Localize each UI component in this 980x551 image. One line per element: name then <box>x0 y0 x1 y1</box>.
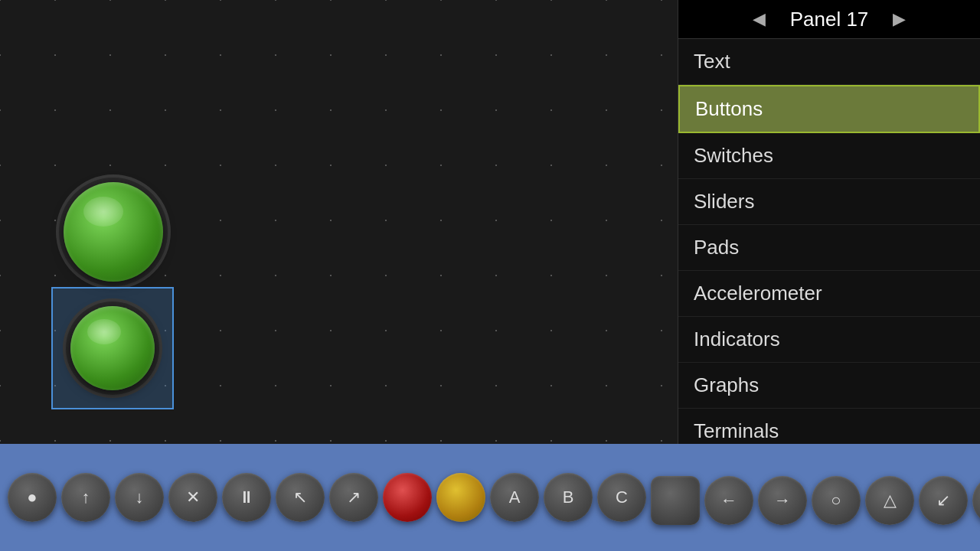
toolbar-btn-b[interactable]: B <box>544 473 593 522</box>
menu-item-terminals[interactable]: Terminals <box>678 409 980 444</box>
prev-panel-button[interactable]: ◀ <box>743 6 775 32</box>
toolbar-btn-dot[interactable]: ● <box>8 473 57 522</box>
panel-header: ◀ Panel 17 ▶ <box>678 0 980 39</box>
menu-item-pads[interactable]: Pads <box>678 225 980 271</box>
button-widget-1[interactable] <box>54 172 172 291</box>
toolbar-btn-circle[interactable]: ○ <box>812 476 861 525</box>
menu-item-buttons[interactable]: Buttons <box>678 85 980 133</box>
toolbar-btn-pause[interactable]: ⏸ <box>222 473 271 522</box>
toolbar-btn-c[interactable]: C <box>597 473 646 522</box>
toolbar-row-1: ● ↑ ↓ ✕ ⏸ ↖ ↗ A B C <box>8 473 646 522</box>
toolbar-btn-left[interactable]: ← <box>704 476 753 525</box>
toolbar-btn-upleft[interactable]: ↖ <box>276 473 325 522</box>
toolbar-btn-red[interactable] <box>383 473 432 522</box>
toolbar-btn-downright[interactable]: ↘ <box>972 476 980 525</box>
menu-item-text[interactable]: Text <box>678 39 980 85</box>
menu-item-sliders[interactable]: Sliders <box>678 179 980 225</box>
toolbar-btn-a[interactable]: A <box>490 473 539 522</box>
toolbar-btn-square[interactable] <box>651 476 700 525</box>
toolbar-row-2: ← → ○ △ ↙ ↘ 1 2 3 <box>651 476 980 525</box>
next-panel-button[interactable]: ▶ <box>884 6 915 32</box>
toolbar-btn-triangle[interactable]: △ <box>865 476 914 525</box>
toolbar-btn-x[interactable]: ✕ <box>168 473 217 522</box>
green-button-1[interactable] <box>64 182 163 282</box>
sidebar: ◀ Panel 17 ▶ Text Buttons Switches Slide… <box>678 0 980 444</box>
menu-item-graphs[interactable]: Graphs <box>678 363 980 409</box>
green-button-2[interactable] <box>70 306 155 390</box>
menu-item-accelerometer[interactable]: Accelerometer <box>678 271 980 317</box>
bottom-toolbar: ● ↑ ↓ ✕ ⏸ ↖ ↗ A B C ← → ○ △ ↙ ↘ 1 2 3 <box>0 444 980 551</box>
toolbar-btn-down[interactable]: ↓ <box>115 473 164 522</box>
panel-title: Panel 17 <box>790 8 869 31</box>
toolbar-btn-yellow[interactable] <box>436 473 485 522</box>
button-widget-2[interactable] <box>51 287 174 409</box>
canvas-area[interactable] <box>0 0 678 444</box>
menu-list: Text Buttons Switches Sliders Pads Accel… <box>678 39 980 444</box>
menu-item-switches[interactable]: Switches <box>678 133 980 179</box>
toolbar-btn-up[interactable]: ↑ <box>61 473 110 522</box>
toolbar-btn-upright[interactable]: ↗ <box>329 473 378 522</box>
toolbar-btn-right[interactable]: → <box>758 476 807 525</box>
menu-item-indicators[interactable]: Indicators <box>678 317 980 363</box>
toolbar-btn-downleft[interactable]: ↙ <box>919 476 968 525</box>
